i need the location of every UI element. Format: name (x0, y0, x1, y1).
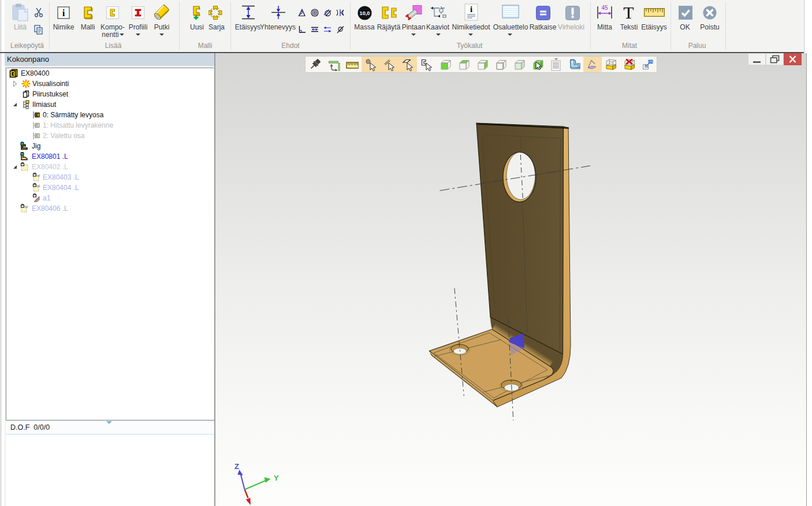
svg-text:45: 45 (601, 5, 608, 11)
svg-text:Y: Y (274, 474, 279, 482)
svg-text:i: i (470, 5, 472, 14)
svg-text:T: T (623, 4, 634, 20)
svg-text:Z: Z (234, 462, 239, 471)
svg-text:10,0: 10,0 (360, 10, 370, 16)
svg-text:i: i (62, 8, 65, 18)
